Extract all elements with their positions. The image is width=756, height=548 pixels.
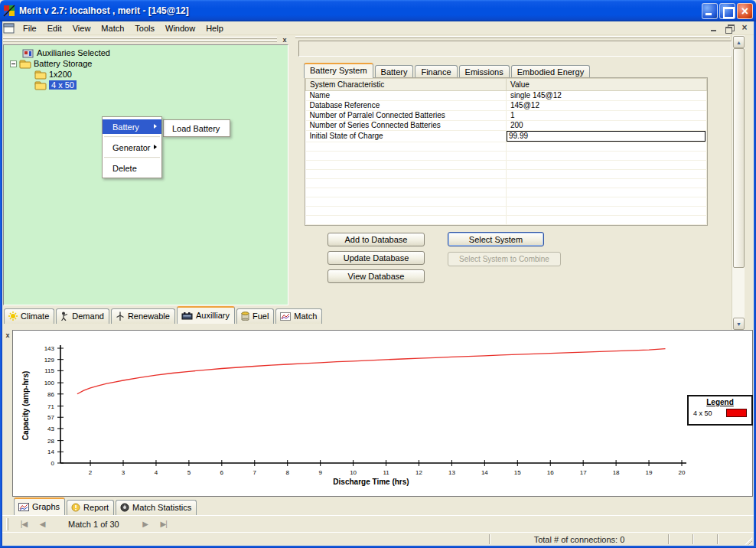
select-system-to-combine-button[interactable]: Select System to Combine <box>448 252 561 266</box>
context-menu-generator[interactable]: Generator <box>103 140 161 155</box>
status-separator <box>717 534 719 544</box>
tab-match-statistics[interactable]: Match Statistics <box>116 500 197 515</box>
tab-auxilliary[interactable]: Auxilliary <box>177 306 235 324</box>
system-name-box[interactable] <box>298 41 732 57</box>
tab-battery[interactable]: Battery <box>375 65 414 78</box>
table-row[interactable]: Number of Parralel Connected Batteries 1 <box>306 111 707 121</box>
scroll-up-icon[interactable]: ▲ <box>733 36 745 48</box>
folder-icon <box>19 59 31 69</box>
scroll-down-icon[interactable]: ▼ <box>733 318 745 330</box>
context-menu-battery[interactable]: Battery <box>103 119 161 134</box>
tab-graphs[interactable]: Graphs <box>14 497 65 515</box>
svg-text:3: 3 <box>122 469 125 476</box>
menu-edit[interactable]: Edit <box>42 23 67 34</box>
menu-tools[interactable]: Tools <box>129 23 160 34</box>
svg-text:20: 20 <box>679 469 686 476</box>
mdi-minimize-icon[interactable] <box>708 23 720 34</box>
tab-battery-system[interactable]: Battery System <box>304 63 373 78</box>
panel-gripper[interactable] <box>3 40 277 42</box>
add-to-database-button[interactable]: Add to Database <box>327 233 425 246</box>
last-match-button[interactable]: ▶| <box>155 517 173 531</box>
col-header-value[interactable]: Value <box>507 79 707 91</box>
context-submenu-load-battery[interactable]: Load Battery <box>163 119 230 137</box>
update-database-button[interactable]: Update Database <box>327 251 425 265</box>
match-chart-icon <box>280 312 291 321</box>
menu-window[interactable]: Window <box>160 23 200 34</box>
minimize-button[interactable] <box>702 3 718 19</box>
tree-item-battery-storage[interactable]: Battery Storage <box>10 58 92 69</box>
col-header-characteristic[interactable]: System Characteristic <box>306 79 507 91</box>
maximize-button[interactable] <box>719 3 735 19</box>
mdi-close-icon[interactable]: × <box>738 23 751 34</box>
right-panel-scrollbar[interactable]: ▲ ▼ <box>732 35 745 331</box>
table-row-empty[interactable] <box>306 142 707 152</box>
mdi-child-icon <box>3 23 15 34</box>
svg-text:8: 8 <box>285 469 289 476</box>
svg-text:Capacity (amp-hrs): Capacity (amp-hrs) <box>21 371 30 441</box>
resize-grip[interactable] <box>741 533 754 546</box>
svg-text:15: 15 <box>514 469 521 476</box>
svg-text:143: 143 <box>44 345 55 352</box>
title-bar: Merit v 2.7: localhost , merit - [145@12… <box>0 0 756 21</box>
statistics-icon <box>120 503 129 512</box>
table-row[interactable]: Number of Series Connected Batteries 200 <box>306 121 707 131</box>
tree-item-1x200[interactable]: 1x200 <box>34 69 72 80</box>
navbar-gripper[interactable] <box>6 518 8 530</box>
previous-match-button[interactable]: ◀ <box>33 517 51 531</box>
view-database-button[interactable]: View Database <box>327 269 425 283</box>
battery-icon <box>181 312 193 320</box>
folder-icon <box>34 70 47 80</box>
svg-text:57: 57 <box>47 414 54 421</box>
fuel-barrel-icon <box>241 312 249 321</box>
discharge-chart: 0142843577186100115129143234567891011121… <box>12 330 753 497</box>
tree-item-4x50[interactable]: 4 x 50 <box>34 80 77 90</box>
menu-separator <box>104 136 160 138</box>
initial-state-of-charge-input[interactable]: 99.99 <box>507 131 705 142</box>
tab-finance[interactable]: Finance <box>415 65 457 78</box>
context-menu-delete[interactable]: Delete <box>103 161 161 175</box>
menu-file[interactable]: File <box>18 23 42 34</box>
table-row[interactable]: Name single 145@12 <box>306 91 707 101</box>
tree-item-auxiliaries-selected[interactable]: Auxiliaries Selected <box>22 47 110 58</box>
next-match-button[interactable]: ▶ <box>136 517 155 531</box>
menu-bar: File Edit View Match Tools Window Help × <box>2 21 754 35</box>
table-row-empty[interactable] <box>306 188 707 197</box>
svg-text:4: 4 <box>155 469 158 476</box>
context-menu: Battery Generator Delete <box>102 116 162 178</box>
table-row-empty[interactable] <box>306 216 707 225</box>
mdi-restore-icon[interactable] <box>723 23 735 34</box>
menu-help[interactable]: Help <box>200 23 229 34</box>
table-row-empty[interactable] <box>306 197 707 207</box>
table-row-empty[interactable] <box>306 152 707 161</box>
table-row-empty[interactable] <box>306 170 707 179</box>
tab-climate[interactable]: Climate <box>4 308 54 324</box>
svg-text:28: 28 <box>47 438 54 445</box>
menu-match[interactable]: Match <box>96 23 129 34</box>
scrollbar-thumb[interactable] <box>733 48 745 268</box>
module-tab-bar: Climate Demand Renewable Auxilliary Fuel… <box>4 306 322 324</box>
tab-renewable[interactable]: Renewable <box>111 308 175 324</box>
table-row-empty[interactable] <box>306 207 707 216</box>
table-row[interactable]: Database Reference 145@12 <box>306 101 707 111</box>
menu-view[interactable]: View <box>67 23 96 34</box>
table-row-empty[interactable] <box>306 179 707 188</box>
graph-panel-close-icon[interactable]: x <box>3 331 12 341</box>
tab-embodied-energy[interactable]: Embodied Energy <box>511 65 590 78</box>
close-button[interactable] <box>737 3 753 19</box>
report-icon <box>71 503 80 512</box>
chart-legend: Legend 4 x 50 <box>687 395 753 426</box>
select-system-button[interactable]: Select System <box>448 232 544 246</box>
svg-text:86: 86 <box>47 391 54 398</box>
table-row-empty[interactable] <box>306 161 707 170</box>
tab-match[interactable]: Match <box>275 308 322 324</box>
tree-collapse-icon[interactable] <box>10 60 17 67</box>
tab-fuel[interactable]: Fuel <box>236 308 274 324</box>
tab-emissions[interactable]: Emissions <box>459 65 510 78</box>
characteristics-table: System Characteristic Value Name single … <box>305 77 708 226</box>
selected-tree-label: 4 x 50 <box>49 80 77 90</box>
first-match-button[interactable]: |◀ <box>15 517 33 531</box>
tab-demand[interactable]: Demand <box>56 308 109 324</box>
panel-gripper[interactable] <box>3 37 277 39</box>
tab-report[interactable]: Report <box>67 500 114 515</box>
table-row[interactable]: Initial State of Charge 99.99 <box>306 131 707 142</box>
